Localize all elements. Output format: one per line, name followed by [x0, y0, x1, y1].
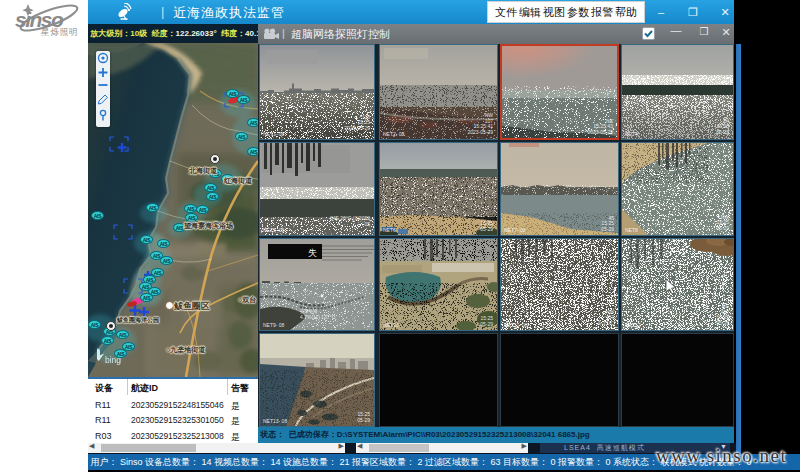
svg-text:失: 失 [308, 248, 317, 258]
svg-text:星烁照明: 星烁照明 [41, 27, 78, 37]
